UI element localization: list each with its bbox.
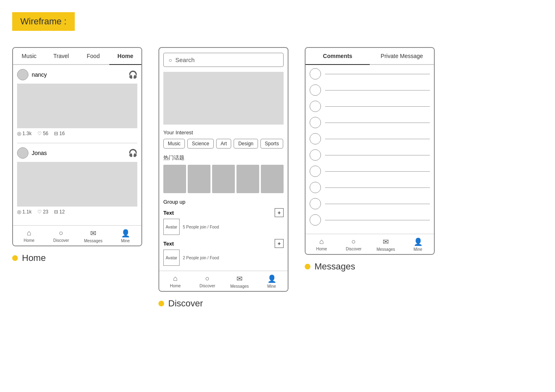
home-phone-frame: Music Travel Food Home nancy 🎧 (12, 47, 142, 246)
group-text-2: Text (163, 241, 174, 247)
m-home-label: Home (316, 247, 327, 251)
tag-science[interactable]: Science (187, 139, 214, 149)
discover-label-dot (158, 301, 164, 306)
nav-home-mine[interactable]: 👤 Mine (109, 226, 141, 246)
msg-item-6 (310, 149, 430, 161)
nav-msg-messages[interactable]: ✉ Messages (370, 234, 402, 254)
msg-item-2 (310, 84, 430, 96)
discover-screen-wrap: ○ Search Your Interest Music Science Art… (158, 47, 288, 309)
home-nav-icon: ⌂ (27, 229, 31, 237)
group-plus-btn-1[interactable]: + (275, 208, 284, 217)
msg-avatar-3 (310, 101, 321, 112)
group-plus-btn-2[interactable]: + (275, 239, 284, 248)
discover-phone-frame: ○ Search Your Interest Music Science Art… (158, 47, 288, 292)
tab-music[interactable]: Music (13, 48, 45, 65)
messages-label-text: Messages (314, 261, 355, 272)
home-content: nancy 🎧 ◎ 1.3k ♡ 56 (13, 65, 141, 225)
msg-item-5 (310, 133, 430, 144)
nav-discover-mine[interactable]: 👤 Mine (256, 271, 288, 291)
messages-phone-frame: Comments Private Message (305, 47, 435, 255)
post-item-2: Jonas 🎧 ◎ 1.1k ♡ 23 (17, 147, 137, 215)
tab-comments[interactable]: Comments (306, 48, 370, 65)
tag-music[interactable]: Music (163, 139, 185, 149)
msg-line-9 (325, 204, 430, 204)
nav-messages-label: Messages (84, 239, 103, 243)
post-stats-2: ◎ 1.1k ♡ 23 ⊟ 12 (17, 209, 137, 215)
nav-discover-home[interactable]: ⌂ Home (159, 271, 191, 291)
search-bar[interactable]: ○ Search (163, 53, 284, 67)
tab-food[interactable]: Food (77, 48, 109, 65)
nav-home-home[interactable]: ⌂ Home (13, 226, 45, 246)
messages-screen-wrap: Comments Private Message (305, 47, 435, 272)
tab-home[interactable]: Home (109, 48, 141, 65)
avatar-jonas (17, 147, 28, 159)
msg-avatar-2 (310, 84, 321, 96)
home-label-text: Home (22, 253, 46, 263)
msg-avatar-4 (310, 117, 321, 128)
group-detail-1: Avatar 5 People join / Food (163, 219, 284, 235)
home-label-dot (12, 255, 18, 261)
tag-art[interactable]: Art (216, 139, 231, 149)
nav-discover-messages[interactable]: ✉ Messages (223, 271, 256, 291)
discover-banner (163, 72, 284, 125)
likes-stat-1: ♡ 56 (37, 131, 48, 136)
post-image-1 (17, 84, 137, 128)
nav-home-messages[interactable]: ✉ Messages (77, 226, 109, 246)
hot-topic-5[interactable] (261, 165, 284, 193)
hot-topic-2[interactable] (188, 165, 210, 193)
msg-line-5 (325, 139, 430, 139)
discover-screen-label: Discover (158, 298, 203, 309)
nav-msg-mine[interactable]: 👤 Mine (402, 234, 434, 254)
messages-nav-icon: ✉ (90, 229, 96, 238)
hot-topic-3[interactable] (212, 165, 235, 193)
msg-tabs: Comments Private Message (306, 48, 434, 65)
nav-discover-discover[interactable]: ○ Discover (191, 271, 223, 291)
group-item-header-1: Text + (163, 208, 284, 217)
m-messages-label: Messages (377, 247, 395, 252)
post-user-1: nancy (17, 69, 47, 80)
d-mine-label: Mine (267, 284, 276, 289)
nav-home-discover[interactable]: ○ Discover (45, 226, 77, 246)
headphone-icon-1: 🎧 (128, 70, 137, 79)
msg-avatar-6 (310, 149, 321, 161)
tab-private-message[interactable]: Private Message (370, 48, 434, 65)
msg-item-4 (310, 117, 430, 128)
msg-item-8 (310, 182, 430, 193)
group-detail-2: Avatar 2 People join / Food (163, 250, 284, 266)
group-item-header-2: Text + (163, 239, 284, 248)
nav-home-label: Home (24, 238, 35, 243)
tab-travel[interactable]: Travel (45, 48, 77, 65)
msg-avatar-1 (310, 68, 321, 80)
post-image-2 (17, 162, 137, 207)
wireframe-title-bar: Wireframe : (12, 12, 543, 47)
likes-stat-2: ♡ 23 (37, 209, 48, 215)
hot-topic-1[interactable] (163, 165, 186, 193)
msg-avatar-5 (310, 133, 321, 144)
nav-msg-home[interactable]: ⌂ Home (306, 234, 338, 254)
m-discover-label: Discover (346, 247, 362, 251)
group-item-2: Text + Avatar 2 People join / Food (163, 239, 284, 266)
discover-nav-icon: ○ (59, 229, 63, 237)
tag-design[interactable]: Design (234, 139, 258, 149)
page-title: Wireframe : (12, 12, 75, 31)
nav-msg-discover[interactable]: ○ Discover (338, 234, 370, 254)
group-section: Group up Text + Avatar 5 People join / F… (163, 199, 284, 266)
home-screen-wrap: Music Travel Food Home nancy 🎧 (12, 47, 142, 263)
msg-line-6 (325, 155, 430, 155)
msg-list (306, 65, 434, 234)
hot-topic-4[interactable] (236, 165, 259, 193)
m-messages-icon: ✉ (383, 237, 389, 246)
comment-icon-2: ⊟ (54, 209, 58, 215)
tag-sports[interactable]: Sports (260, 139, 284, 149)
post-stats-1: ◎ 1.3k ♡ 56 ⊟ 16 (17, 131, 137, 136)
views-stat-2: ◎ 1.1k (17, 209, 32, 215)
screens-container: Music Travel Food Home nancy 🎧 (12, 47, 543, 309)
m-home-icon: ⌂ (319, 237, 324, 246)
msg-avatar-9 (310, 198, 321, 209)
msg-avatar-10 (310, 214, 321, 226)
comment-icon-1: ⊟ (54, 131, 58, 136)
messages-bottom-nav: ⌂ Home ○ Discover ✉ Messages 👤 Mine (306, 234, 434, 254)
mine-nav-icon: 👤 (121, 229, 130, 238)
your-interest-title: Your Interest (163, 129, 284, 136)
nav-mine-label: Mine (121, 239, 130, 243)
